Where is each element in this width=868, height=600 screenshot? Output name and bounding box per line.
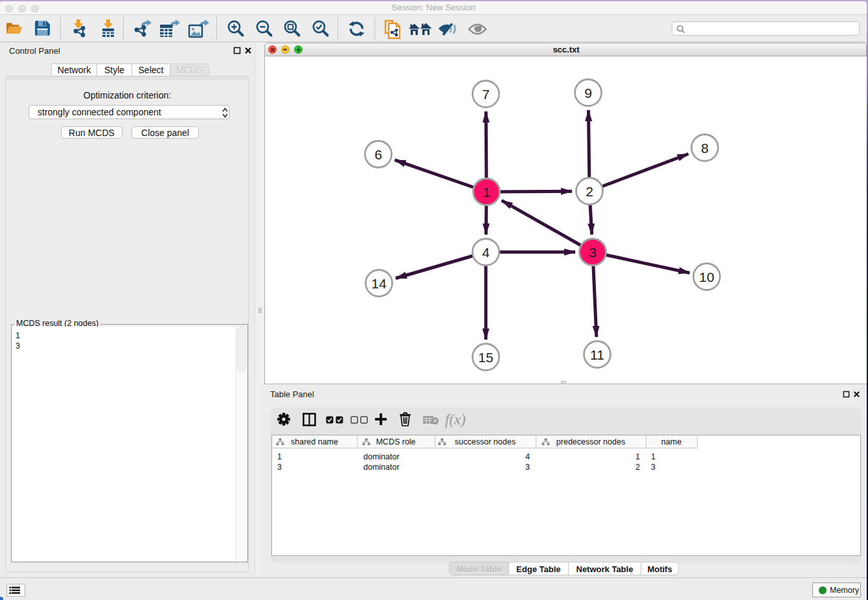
- svg-text:11: 11: [590, 347, 604, 362]
- svg-text:8: 8: [701, 141, 709, 156]
- svg-text:7: 7: [482, 87, 490, 102]
- svg-text:4: 4: [482, 245, 490, 260]
- svg-text:6: 6: [374, 147, 382, 162]
- svg-text:14: 14: [371, 276, 387, 291]
- svg-text:3: 3: [589, 245, 597, 260]
- svg-text:10: 10: [699, 270, 714, 284]
- svg-text:2: 2: [586, 184, 593, 199]
- svg-text:15: 15: [478, 350, 493, 365]
- svg-text:9: 9: [584, 86, 592, 100]
- svg-text:1: 1: [483, 185, 490, 200]
